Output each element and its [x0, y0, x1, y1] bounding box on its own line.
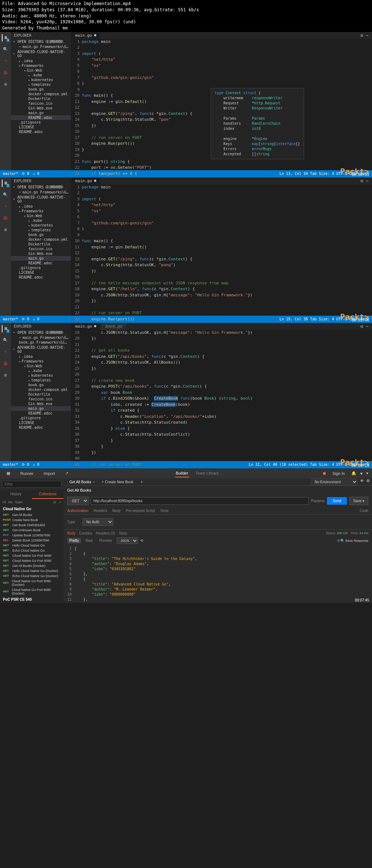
collection-header[interactable]: Cloud Native Go [0, 505, 64, 512]
tree-ginweb[interactable]: Gin-Web [11, 364, 71, 368]
down-icon[interactable]: ▾ [366, 471, 368, 476]
prereq-tab[interactable]: Pre-request Script [126, 509, 155, 513]
tree-license[interactable]: LICENSE [11, 420, 71, 425]
extensions-icon[interactable]: ▦ [2, 372, 9, 379]
tree-license[interactable]: LICENSE [11, 270, 71, 275]
sync-status[interactable]: ⟳ 0 [22, 172, 29, 176]
tree-dockerfile[interactable]: Dockerfile [11, 242, 71, 247]
tree-book[interactable]: book.go [11, 87, 71, 92]
source-control-icon[interactable]: ⑂ [2, 203, 9, 210]
collections-tab[interactable]: Collections [32, 490, 64, 499]
tree-dockerfile[interactable]: Dockerfile [11, 96, 71, 101]
headers-tab[interactable]: Headers [93, 509, 107, 513]
filter-team[interactable]: Team [15, 500, 23, 504]
tree-kubernetes[interactable]: kubernetes [11, 77, 71, 82]
more-icon[interactable]: ⋯ [366, 324, 368, 329]
filter-input[interactable] [2, 481, 61, 488]
git-branch[interactable]: master* [3, 172, 18, 176]
request-item[interactable]: GETEcho Cloud Native Go [0, 548, 64, 553]
params-label[interactable]: Params [311, 499, 325, 503]
source-control-icon[interactable]: ⑂ [2, 348, 9, 356]
tree-kubernetes[interactable]: kubernetes [11, 223, 71, 228]
project-header[interactable]: ADVANCED-CLOUD-NATIVE-GO [11, 345, 71, 354]
sync-status[interactable]: ⟳ 0 [22, 317, 29, 321]
new-tab-icon[interactable]: ▦ [4, 470, 13, 477]
tree-book[interactable]: book.go [11, 232, 71, 237]
tree-favicon[interactable]: favicon.ico [11, 101, 71, 106]
fmt-preview[interactable]: Preview [97, 538, 114, 543]
tree-compose[interactable]: docker-compose.yml [11, 92, 71, 96]
tree-kubernetes[interactable]: kubernetes [11, 373, 71, 378]
problems-status[interactable]: ⚠ 0 [33, 317, 39, 321]
code-link[interactable]: Code [360, 509, 368, 513]
tree-gitignore[interactable]: .gitignore [11, 265, 71, 270]
tree-frameworks[interactable]: Frameworks [11, 209, 71, 213]
auth-type-select[interactable]: No Auth [82, 518, 113, 526]
fmt-raw[interactable]: Raw [83, 538, 95, 543]
sync-status[interactable]: ⟳ 0 [22, 463, 29, 467]
filter-me[interactable]: Me [8, 500, 13, 504]
add-collection-icon[interactable]: 🗀 [53, 500, 56, 504]
request-tab-2[interactable]: Create New Book [98, 479, 137, 485]
problems-status[interactable]: ⚠ 0 [33, 172, 39, 176]
request-item[interactable]: GETGet Book 0345391802 [0, 523, 64, 528]
settings-icon[interactable]: ⚙ [366, 479, 370, 485]
tree-favicon[interactable]: favicon.ico [11, 247, 71, 251]
request-item[interactable]: PUTUpdate Book 1234567890 [0, 533, 64, 538]
method-select[interactable]: GET [67, 497, 89, 505]
tree-main[interactable]: main.go [11, 406, 71, 411]
tree-readme2[interactable]: README.adoc [11, 275, 71, 280]
files-icon[interactable]: 🗎1 [2, 180, 9, 187]
files-icon[interactable]: 🗎1 [2, 34, 9, 41]
wrap-icon[interactable]: ⟲ [140, 539, 143, 543]
tree-license[interactable]: LICENSE [11, 125, 71, 129]
request-item[interactable]: GETHello Cloud Native Go [0, 543, 64, 548]
debug-icon[interactable]: 🐞 [2, 360, 9, 367]
fmt-pretty[interactable]: Pretty [67, 538, 81, 543]
open-editors-header[interactable]: OPEN EDITORS 1 UNSAVED [11, 330, 71, 335]
tree-compose[interactable]: docker-compose.yml [11, 387, 71, 392]
tree-readme[interactable]: README.adoc [11, 261, 71, 265]
tree-readme2[interactable]: README.adoc [11, 129, 71, 134]
editor-item-main[interactable]: main.go Frameworks\Gin-Web [11, 44, 71, 49]
tests-tab[interactable]: Tests [160, 509, 169, 513]
send-button[interactable]: Send [327, 497, 347, 505]
open-editors-header[interactable]: OPEN EDITORS 1 UNSAVED [11, 39, 71, 44]
tree-compose[interactable]: docker-compose.yml [11, 237, 71, 242]
request-item[interactable]: DELDelete Book 1234567890 [0, 538, 64, 543]
eye-icon[interactable]: 👁 [360, 479, 364, 485]
request-item[interactable]: GETGet Unknown Book [0, 528, 64, 533]
builder-tab[interactable]: Builder [175, 469, 189, 477]
editor-item-main[interactable]: main.go Frameworks\Gin-Web [11, 190, 71, 195]
team-library-tab[interactable]: Team Library [195, 469, 219, 477]
tab-main[interactable]: main.go [71, 177, 101, 184]
fmt-select[interactable]: JSON [117, 537, 138, 544]
bell-icon[interactable]: 🔔 [351, 471, 356, 476]
tree-readme[interactable]: README.adoc [11, 411, 71, 416]
split-editor-icon[interactable]: ⊟ [361, 324, 363, 329]
more-icon[interactable]: ⋯ [366, 179, 368, 183]
collection-header-2[interactable]: PoC PSR CE 540 [0, 596, 64, 603]
request-item[interactable]: GETEcho Cloud Native Go (Docker) [0, 573, 64, 579]
tree-kube[interactable]: .kube [11, 368, 71, 373]
body-tab[interactable]: Body [112, 509, 121, 513]
request-item[interactable]: GETCloud Native Go Port 9090 (Docker) [0, 579, 64, 587]
tree-ginexe[interactable]: Gin-Web.exe [11, 251, 71, 256]
tree-kube[interactable]: .kube [11, 218, 71, 223]
add-tab-button[interactable]: + [137, 479, 146, 485]
search-icon[interactable]: 🔍 [2, 191, 9, 199]
request-item[interactable]: GETGet All Books (Docker) [0, 563, 64, 568]
auth-tab[interactable]: Authorization [67, 509, 88, 513]
tree-readme2[interactable]: README.adoc [11, 425, 71, 430]
request-tab-1[interactable]: Get All Books × [66, 479, 98, 485]
tree-favicon[interactable]: favicon.ico [11, 397, 71, 401]
search-icon[interactable]: 🔍 [2, 337, 9, 344]
request-item[interactable]: GETCloud Native Go Port 8080 [0, 558, 64, 563]
tree-templates[interactable]: templates [11, 228, 71, 232]
tab-main[interactable]: main.go [71, 323, 101, 330]
problems-status[interactable]: ⚠ 0 [33, 463, 39, 467]
extensions-icon[interactable]: ▦ [2, 81, 9, 88]
tree-main[interactable]: main.go [11, 111, 71, 115]
tree-templates[interactable]: templates [11, 378, 71, 383]
tree-idea[interactable]: .idea [11, 59, 71, 63]
